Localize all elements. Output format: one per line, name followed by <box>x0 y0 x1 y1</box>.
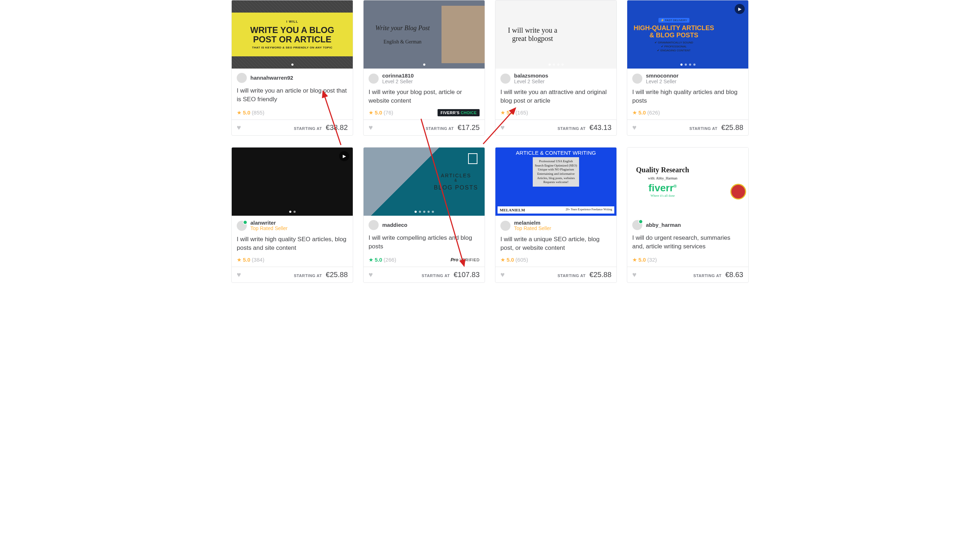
price: STARTING AT €25.88 <box>558 271 611 279</box>
seller-row[interactable]: smnoconnor Level 2 Seller <box>632 73 743 84</box>
rating-row: ★ 5.0 (855) <box>237 109 348 116</box>
play-icon[interactable]: ▶ <box>735 4 745 14</box>
starting-at-label: STARTING AT <box>426 126 454 131</box>
seller-name: melanielm <box>514 220 551 226</box>
gig-card[interactable]: I will write you a great blogpost balazs… <box>495 0 617 136</box>
star-icon: ★ <box>632 109 637 116</box>
favorite-icon[interactable]: ♥ <box>500 124 505 132</box>
review-count: (384) <box>252 257 264 263</box>
starting-at-label: STARTING AT <box>558 273 586 278</box>
star-icon: ★ <box>632 257 637 263</box>
seller-avatar <box>369 220 379 230</box>
gig-card[interactable]: ARTICLES&BLOG POSTS maddieco I will writ… <box>363 147 485 283</box>
gig-thumbnail[interactable]: ▶ <box>232 148 353 216</box>
gig-title[interactable]: I will write you an article or blog post… <box>237 87 348 104</box>
favorite-icon[interactable]: ♥ <box>237 271 241 279</box>
starting-at-label: STARTING AT <box>693 273 722 278</box>
star-icon: ★ <box>369 257 373 263</box>
gig-title[interactable]: I will write a unique SEO article, blog … <box>500 235 611 252</box>
gig-title[interactable]: I will do urgent research, summaries and… <box>632 234 743 251</box>
seller-level: Level 2 Seller <box>646 79 679 84</box>
seller-avatar <box>237 221 247 231</box>
price-value: €107.83 <box>454 271 480 279</box>
seller-avatar <box>237 73 247 83</box>
seller-avatar <box>500 221 511 231</box>
seller-avatar <box>500 74 511 84</box>
seller-name: abby_harman <box>646 222 681 228</box>
seller-name: corinna1810 <box>382 73 414 79</box>
seller-avatar <box>632 74 642 84</box>
rating-row: ★ 5.0 (32) <box>632 257 743 263</box>
carousel-dots <box>423 63 425 66</box>
price: STARTING AT €43.13 <box>558 124 611 132</box>
review-count: (32) <box>648 257 657 263</box>
gig-card[interactable]: I WILLWRITE YOU A BLOG POST OR ARTICLETH… <box>231 0 353 136</box>
gig-card[interactable]: ▶ alanwriter Top Rated Seller I will wri… <box>231 147 353 283</box>
gig-card[interactable]: Quality Researchwith: Abby_Harmanfiverr®… <box>627 147 749 283</box>
seller-name: maddieco <box>382 222 407 228</box>
seller-name: alanwriter <box>250 220 288 226</box>
gig-card[interactable]: ARTICLE & CONTENT WRITINGProfessional US… <box>495 147 617 283</box>
seller-avatar <box>369 74 379 84</box>
price: STARTING AT €25.88 <box>294 271 348 279</box>
carousel-dots <box>289 211 296 213</box>
carousel-dots <box>680 63 695 66</box>
gig-card[interactable]: ⚡ FAST DELIVERYHIGH-QUALITY ARTICLES & B… <box>627 0 749 136</box>
rating-value: 5.0 <box>243 109 250 116</box>
rating-row: ★ 5.0 (165) <box>500 109 611 116</box>
favorite-icon[interactable]: ♥ <box>500 271 505 279</box>
seller-row[interactable]: balazsmonos Level 2 Seller <box>500 73 611 84</box>
gig-thumbnail[interactable]: I WILLWRITE YOU A BLOG POST OR ARTICLETH… <box>232 0 353 68</box>
gig-card[interactable]: Write your Blog PostEnglish & German cor… <box>363 0 485 136</box>
gig-thumbnail[interactable]: ⚡ FAST DELIVERYHIGH-QUALITY ARTICLES & B… <box>627 0 748 68</box>
gig-title[interactable]: I will write compelling articles and blo… <box>369 234 480 251</box>
pro-verified-badge: Pro VERIFIED <box>450 257 480 262</box>
gig-title[interactable]: I will write your blog post, article or … <box>369 88 480 105</box>
favorite-icon[interactable]: ♥ <box>369 271 373 279</box>
starting-at-label: STARTING AT <box>294 126 322 131</box>
seller-level: Level 2 Seller <box>514 79 548 84</box>
favorite-icon[interactable]: ♥ <box>237 124 241 132</box>
play-icon[interactable]: ▶ <box>339 151 349 161</box>
seller-name: smnoconnor <box>646 73 679 79</box>
gig-title[interactable]: I will write high quality SEO articles, … <box>237 235 348 252</box>
starting-at-label: STARTING AT <box>294 273 322 278</box>
gig-thumbnail[interactable]: ARTICLES&BLOG POSTS <box>364 148 485 216</box>
gig-thumbnail[interactable]: ARTICLE & CONTENT WRITINGProfessional US… <box>495 148 616 216</box>
seller-row[interactable]: abby_harman <box>632 220 743 230</box>
seller-row[interactable]: melanielm Top Rated Seller <box>500 220 611 232</box>
star-icon: ★ <box>237 109 242 116</box>
rating-row: ★ 5.0 (384) <box>237 257 348 263</box>
seller-name: hannahwarren92 <box>250 75 293 81</box>
favorite-icon[interactable]: ♥ <box>632 271 636 279</box>
favorite-icon[interactable]: ♥ <box>369 124 373 132</box>
gig-title[interactable]: I will write you an attractive and origi… <box>500 88 611 105</box>
review-count: (266) <box>383 257 396 263</box>
starting-at-label: STARTING AT <box>689 126 718 131</box>
price-value: €25.88 <box>590 271 611 279</box>
review-count: (626) <box>648 109 660 116</box>
gig-thumbnail[interactable]: Quality Researchwith: Abby_Harmanfiverr®… <box>627 148 748 216</box>
seller-level: Level 2 Seller <box>382 79 414 84</box>
rating-row: ★ 5.0 (76) FIVERR'S CHOICE <box>369 109 480 116</box>
price-value: €17.25 <box>458 124 480 132</box>
rating-value: 5.0 <box>243 257 250 263</box>
seller-avatar <box>632 220 642 230</box>
gig-thumbnail[interactable]: I will write you a great blogpost <box>495 0 616 68</box>
carousel-dots <box>549 63 564 66</box>
seller-row[interactable]: alanwriter Top Rated Seller <box>237 220 348 232</box>
gig-thumbnail[interactable]: Write your Blog PostEnglish & German <box>364 0 485 68</box>
seller-row[interactable]: hannahwarren92 <box>237 73 348 83</box>
price-value: €25.88 <box>721 124 743 132</box>
price: STARTING AT €8.63 <box>693 271 743 279</box>
seller-row[interactable]: maddieco <box>369 220 480 230</box>
gig-title[interactable]: I will write high quality articles and b… <box>632 88 743 105</box>
seller-name: balazsmonos <box>514 73 548 79</box>
seller-level: Top Rated Seller <box>514 226 551 231</box>
rating-value: 5.0 <box>638 257 646 263</box>
fiverrs-choice-badge: FIVERR'S CHOICE <box>438 109 480 116</box>
star-icon: ★ <box>500 257 505 263</box>
review-count: (165) <box>515 109 528 116</box>
seller-row[interactable]: corinna1810 Level 2 Seller <box>369 73 480 84</box>
favorite-icon[interactable]: ♥ <box>632 124 636 132</box>
